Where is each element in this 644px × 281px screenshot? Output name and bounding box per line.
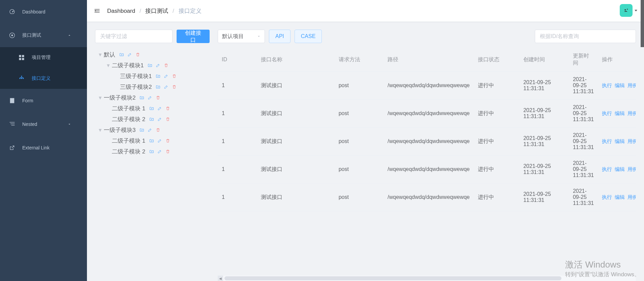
edit-icon[interactable] [164,74,168,78]
nav-project-mgmt[interactable]: 项目管理 [0,47,87,68]
delete-icon[interactable] [165,149,170,154]
cell-status: 进行中 [474,155,519,183]
folder-add-icon[interactable] [119,52,124,57]
caret-icon[interactable]: ▾ [106,62,111,69]
row-action-执行[interactable]: 执行 [602,138,612,144]
tree-node[interactable]: ▾二级子模块1 [95,60,210,71]
folder-add-icon[interactable] [140,128,144,132]
project-select-label: 默认项目 [222,33,244,40]
th-status: 接口状态 [474,48,519,72]
edit-icon[interactable] [157,117,162,121]
folder-add-icon[interactable] [156,74,160,78]
horizontal-scrollbar[interactable]: ◀ [218,276,636,281]
table-scroll[interactable]: ID 接口名称 请求方法 路径 接口状态 创建时间 更新时间 操作 1测试接口p… [218,48,636,276]
folder-add-icon[interactable] [140,95,144,100]
create-api-button[interactable]: 创建接口 [177,30,210,43]
tree-node[interactable]: 二级子模块 2 [95,146,210,157]
delete-icon[interactable] [165,117,170,121]
filter-input[interactable] [95,30,173,43]
user-menu[interactable] [620,4,637,17]
case-tab-button[interactable]: CASE [295,30,322,43]
row-action-编辑[interactable]: 编辑 [615,194,625,200]
caret-icon[interactable]: ▾ [98,51,102,58]
delete-icon[interactable] [156,95,160,100]
folder-add-icon[interactable] [149,117,154,121]
caret-icon[interactable]: ▾ [98,94,102,101]
tree-node[interactable]: 二级子模块 2 [95,114,210,125]
delete-icon[interactable] [164,63,168,68]
delete-icon[interactable] [156,128,160,132]
cell-ctime: 2021-09-25 11:31:31 [519,183,569,211]
folder-add-icon[interactable] [156,84,160,89]
folder-add-icon[interactable] [149,149,154,154]
tree-node[interactable]: 二级子模块 1 [95,135,210,146]
row-action-用例[interactable]: 用例 [627,110,636,116]
nav-label: 接口测试 [22,32,41,38]
form-icon [9,97,16,104]
nav-dashboard[interactable]: Dashboard [0,0,87,24]
delete-icon[interactable] [165,106,170,111]
edit-icon[interactable] [156,63,160,68]
scroll-left-icon[interactable]: ◀ [218,276,223,281]
edit-icon[interactable] [148,128,152,132]
row-action-执行[interactable]: 执行 [602,194,612,200]
edit-icon[interactable] [127,52,132,57]
tree-node[interactable]: ▾默认 [95,49,210,60]
row-action-执行[interactable]: 执行 [602,82,612,88]
chevron-down-icon [67,122,71,126]
breadcrumb-item[interactable]: Dashboard [107,8,135,14]
row-action-编辑[interactable]: 编辑 [615,138,625,144]
api-tab-button[interactable]: API [269,30,290,43]
row-action-用例[interactable]: 用例 [627,82,636,88]
edit-icon[interactable] [164,84,168,89]
row-action-用例[interactable]: 用例 [627,138,636,144]
scrollbar-thumb[interactable] [224,276,561,280]
nav-nested[interactable]: Nested [0,112,87,136]
th-utime: 更新时间 [569,48,598,72]
row-action-执行[interactable]: 执行 [602,166,612,172]
delete-icon[interactable] [172,74,177,78]
folder-add-icon[interactable] [149,106,154,111]
project-select[interactable]: 默认项目 [218,30,265,43]
search-input[interactable] [535,30,636,43]
cell-status: 进行中 [474,183,519,211]
nav-api-definition[interactable]: 接口定义 [0,68,87,89]
nav-api-test[interactable]: 接口测试 [0,24,87,47]
avatar-icon [622,7,630,14]
page-scrollbar[interactable] [641,0,644,47]
row-action-编辑[interactable]: 编辑 [615,166,625,172]
nav-label: 接口定义 [32,75,51,81]
row-action-编辑[interactable]: 编辑 [615,110,625,116]
delete-icon[interactable] [172,84,177,89]
tree-node[interactable]: 三级子模块2 [95,81,210,92]
folder-add-icon[interactable] [149,138,154,143]
folder-add-icon[interactable] [148,63,152,68]
table-row: 1测试接口post/wqewqeqdwdq/dqwdwweqwewqe进行中20… [218,100,636,128]
row-action-用例[interactable]: 用例 [627,166,636,172]
th-path: 路径 [384,48,474,72]
nav-form[interactable]: Form [0,89,87,112]
caret-icon[interactable]: ▾ [98,127,102,134]
cell-ops: 执行编辑用例删除复制 [598,128,636,155]
edit-icon[interactable] [157,138,162,143]
tree-node[interactable]: ▾一级子模块3 [95,125,210,135]
tree-node[interactable]: 二级子模块 1 [95,103,210,114]
hamburger-icon[interactable] [94,7,100,14]
table-row: 1测试接口post/wqewqeqdwdq/dqwdwweqwewqe进行中20… [218,183,636,211]
tree-node[interactable]: 三级子模块1 [95,71,210,81]
tree-label: 二级子模块 2 [112,148,145,155]
edit-icon[interactable] [157,149,162,154]
row-action-执行[interactable]: 执行 [602,110,612,116]
breadcrumb-item[interactable]: 接口测试 [145,8,168,14]
left-panel: 创建接口 ▾默认▾二级子模块1三级子模块1三级子模块2▾一级子模块2二级子模块 … [95,30,210,281]
tree-icon [18,75,25,82]
delete-icon[interactable] [165,138,170,143]
tree-node[interactable]: ▾一级子模块2 [95,92,210,103]
row-action-编辑[interactable]: 编辑 [615,82,625,88]
nav-external-link[interactable]: External Link [0,136,87,160]
cell-id: 1 [218,100,257,128]
edit-icon[interactable] [157,106,162,111]
edit-icon[interactable] [148,95,152,100]
row-action-用例[interactable]: 用例 [627,194,636,200]
delete-icon[interactable] [135,52,140,57]
